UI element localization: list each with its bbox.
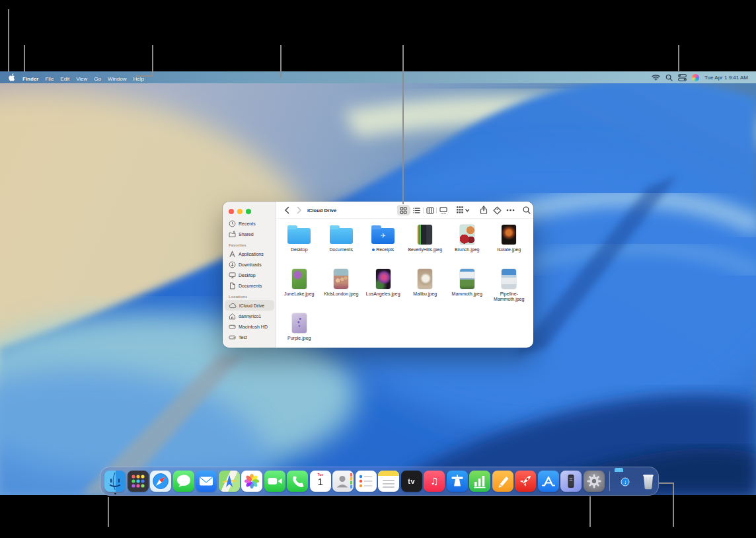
group-by-button[interactable] (455, 202, 472, 219)
search-icon[interactable] (521, 202, 533, 219)
file-label: BeverlyHills.jpeg (408, 247, 442, 252)
photo-thumbnail (334, 266, 348, 291)
menu-item-help[interactable]: Help (133, 76, 143, 82)
sidebar-item-label: Shared (239, 232, 254, 237)
dock-item-launchpad[interactable] (127, 467, 150, 496)
file-item-pipeline-mammoth-jpeg[interactable]: Pipeline-Mammoth.jpeg (488, 266, 531, 310)
file-item-purple-jpeg[interactable]: Purple.jpeg (278, 310, 321, 354)
dock-item-reminders[interactable] (355, 467, 378, 496)
dock-item-app-store[interactable] (537, 467, 560, 496)
tag-icon[interactable] (491, 202, 503, 219)
file-item-junelake-jpeg[interactable]: JuneLake.jpeg (278, 266, 321, 310)
iphone-mirroring-icon (560, 471, 582, 492)
share-icon[interactable] (478, 202, 490, 219)
dock-divider (609, 471, 610, 491)
more-icon[interactable] (504, 202, 516, 219)
file-item-brunch-jpeg[interactable]: Brunch.jpeg (446, 221, 488, 266)
file-item-documents[interactable]: Documents (321, 221, 363, 266)
file-item-receipts[interactable]: ✈Receipts (362, 221, 404, 266)
dock-item-numbers[interactable] (469, 467, 492, 496)
finder-icon (104, 471, 126, 492)
list-view-button[interactable] (410, 205, 423, 215)
wifi-icon[interactable] (652, 74, 660, 81)
file-label: Receipts (376, 247, 394, 252)
file-item-mammoth-jpeg[interactable]: Mammoth.jpeg (446, 266, 488, 310)
sidebar-item-recents[interactable]: Recents (225, 218, 274, 229)
dock-item-phone[interactable] (286, 467, 309, 496)
dock-item-calendar[interactable]: Tue1 (309, 467, 332, 496)
sidebar-item-test[interactable]: Test (225, 332, 274, 342)
file-label: LosAngeles.jpeg (366, 291, 400, 297)
file-item-beverlyhills-jpeg[interactable]: BeverlyHills.jpeg (404, 221, 447, 266)
menu-item-view[interactable]: View (76, 76, 87, 82)
dock-item-keynote[interactable] (446, 467, 469, 496)
dock-item-facetime[interactable] (264, 467, 287, 496)
dock-item-contacts[interactable] (332, 467, 355, 496)
file-item-kidslondon-jpeg[interactable]: KidsLondon.jpeg (321, 266, 363, 310)
dock-item-music[interactable]: ♫ (423, 467, 446, 496)
sidebar-item-icloud-drive[interactable]: iCloud Drive (225, 300, 274, 311)
zoom-button[interactable] (246, 209, 251, 214)
dock-item-messages[interactable] (172, 467, 196, 496)
sidebar-item-dannyrico1[interactable]: dannyrico1 (225, 311, 274, 321)
apple-menu-icon[interactable] (8, 73, 15, 82)
sidebar-item-documents[interactable]: Documents (225, 280, 274, 291)
dock-item-photos[interactable] (241, 467, 264, 496)
menu-item-finder[interactable]: Finder (22, 76, 38, 82)
minimize-button[interactable] (237, 209, 243, 214)
dock-item-downloads[interactable]: ↓ (614, 467, 637, 496)
menu-item-edit[interactable]: Edit (60, 76, 69, 82)
callout-line-apple-menu (8, 9, 9, 72)
downloads-folder-icon: ↓ (615, 471, 636, 492)
sidebar-item-applications[interactable]: Applications (225, 249, 274, 259)
contacts-icon (332, 471, 354, 492)
gallery-view-button[interactable] (437, 205, 449, 215)
control-center-icon[interactable] (678, 74, 687, 81)
file-label: Brunch.jpeg (455, 247, 479, 252)
dock-item-tv[interactable]: tv (400, 467, 424, 496)
numbers-icon (469, 471, 490, 492)
callout-line-system-settings (589, 496, 591, 527)
dock-item-rocket[interactable] (514, 467, 537, 496)
column-view-button[interactable] (424, 205, 436, 215)
siri-icon[interactable] (692, 74, 699, 81)
forward-button[interactable] (293, 202, 304, 219)
menu-item-window[interactable]: Window (108, 76, 126, 82)
keynote-icon (447, 471, 468, 492)
dock-item-iphone-mirroring[interactable] (560, 467, 583, 496)
airplane-glyph: ✈ (371, 228, 395, 244)
dock-item-safari[interactable] (149, 467, 172, 496)
icloud-status-dot (372, 249, 375, 251)
file-label: Purple.jpeg (287, 336, 311, 341)
dock-item-pages[interactable] (492, 467, 515, 496)
file-item-desktop[interactable]: Desktop (278, 221, 321, 266)
icon-view-button[interactable] (397, 205, 410, 215)
dock-item-notes[interactable] (377, 467, 400, 496)
close-button[interactable] (229, 209, 234, 214)
dock-item-finder[interactable] (104, 467, 127, 496)
dock: Tue1tv♫↓ (100, 467, 659, 496)
file-item-malibu-jpeg[interactable]: Malibu.jpeg (404, 266, 447, 310)
file-item-isolate-jpeg[interactable]: Isolate.jpeg (488, 221, 531, 266)
dock-item-trash[interactable] (637, 467, 660, 496)
spotlight-icon[interactable] (665, 74, 673, 81)
menu-item-file[interactable]: File (45, 76, 54, 82)
sidebar-item-macintosh-hd[interactable]: Macintosh HD (225, 321, 274, 332)
file-item-losangeles-jpeg[interactable]: LosAngeles.jpeg (362, 266, 404, 310)
dock-item-mail[interactable] (195, 467, 218, 496)
sidebar-item-shared[interactable]: Shared (225, 229, 274, 239)
file-label: JuneLake.jpeg (284, 291, 315, 297)
menu-bar-clock[interactable]: Tue Apr 1 9:41 AM (704, 75, 748, 81)
sidebar-item-label: Downloads (239, 262, 262, 267)
sidebar-item-downloads[interactable]: Downloads (225, 259, 274, 270)
menu-item-go[interactable]: Go (94, 76, 101, 82)
dock-item-maps[interactable] (218, 467, 241, 496)
back-button[interactable] (282, 202, 292, 219)
file-label: Mammoth.jpeg (452, 291, 482, 297)
shared-folder-icon (229, 231, 236, 238)
maps-icon (219, 471, 240, 492)
callout-line-trash-horizontal (659, 482, 674, 484)
dock-item-system-settings[interactable] (583, 467, 606, 496)
finder-sidebar: RecentsSharedFavoritesApplicationsDownlo… (223, 202, 276, 348)
sidebar-item-desktop[interactable]: Desktop (225, 270, 274, 280)
